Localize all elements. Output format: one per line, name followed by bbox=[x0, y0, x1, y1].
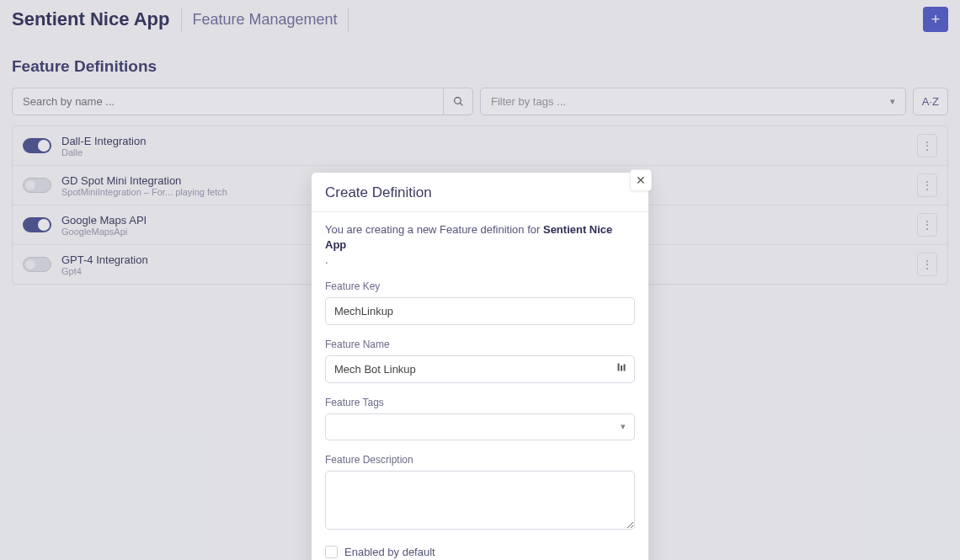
enabled-default-label: Enabled by default bbox=[344, 546, 435, 558]
feature-description-label: Feature Description bbox=[325, 454, 635, 466]
feature-description-input[interactable] bbox=[325, 471, 635, 530]
svg-rect-2 bbox=[618, 363, 620, 371]
feature-name-input[interactable] bbox=[325, 355, 635, 383]
svg-rect-3 bbox=[621, 365, 622, 371]
svg-rect-4 bbox=[624, 364, 626, 371]
modal-title: Create Definition bbox=[312, 173, 648, 212]
modal-overlay: ✕ Create Definition You are creating a n… bbox=[0, 0, 960, 560]
feature-key-label: Feature Key bbox=[325, 280, 635, 292]
chevron-down-icon: ▾ bbox=[621, 421, 626, 432]
create-definition-modal: ✕ Create Definition You are creating a n… bbox=[312, 173, 648, 560]
generate-icon[interactable] bbox=[616, 362, 627, 375]
feature-key-input[interactable] bbox=[325, 297, 635, 325]
feature-tags-label: Feature Tags bbox=[325, 397, 635, 408]
close-icon: ✕ bbox=[636, 173, 646, 187]
modal-intro: You are creating a new Feature definitio… bbox=[325, 222, 635, 269]
feature-tags-select[interactable]: ▾ bbox=[325, 413, 635, 440]
enabled-default-checkbox[interactable] bbox=[325, 546, 338, 558]
close-button[interactable]: ✕ bbox=[630, 169, 652, 191]
feature-name-label: Feature Name bbox=[325, 339, 635, 350]
